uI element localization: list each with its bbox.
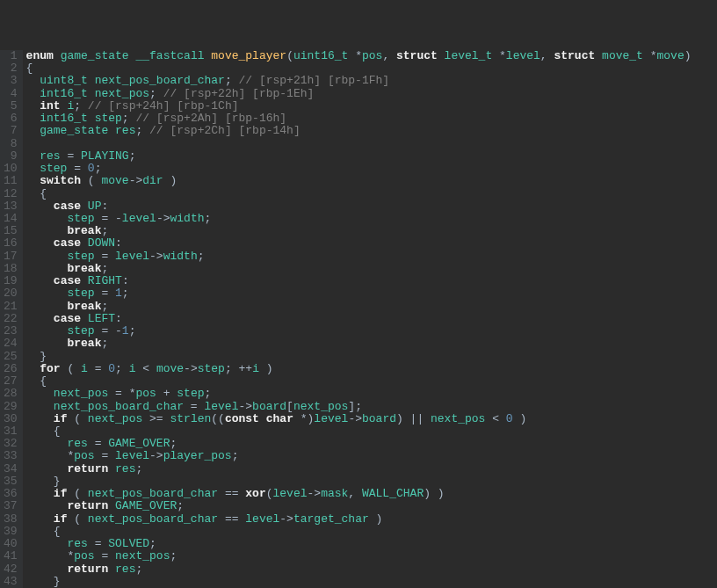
code-token (88, 74, 95, 87)
code-line[interactable]: step = 0; (26, 163, 717, 175)
code-token: struct (396, 49, 438, 62)
line-number: 36 (4, 488, 18, 500)
line-number: 43 (4, 576, 18, 588)
line-number: 20 (4, 287, 18, 300)
code-line[interactable]: if ( next_pos_board_char == level->targe… (26, 513, 717, 526)
code-token: -> (348, 412, 362, 425)
code-token: ; (135, 563, 142, 576)
code-token (26, 174, 40, 187)
code-line[interactable]: { (26, 526, 717, 538)
code-token: game_state (61, 49, 129, 62)
code-line[interactable] (26, 138, 717, 150)
code-line[interactable]: if ( next_pos >= strlen((const char *)le… (26, 413, 717, 425)
code-token: ( (67, 412, 87, 425)
code-line[interactable]: return res; (26, 563, 717, 576)
code-line[interactable]: *pos = next_pos; (26, 550, 717, 563)
code-token: = (88, 362, 108, 375)
code-token: char (266, 412, 293, 425)
code-line[interactable]: step = -level->width; (26, 213, 717, 225)
code-line[interactable]: break; (26, 225, 717, 237)
code-line[interactable]: uint8_t next_pos_board_char; // [rsp+21h… (26, 75, 717, 87)
code-editor[interactable]: 1234567891011121314151617181920212223242… (0, 50, 717, 588)
code-token: ; (135, 124, 149, 137)
code-token: ( (286, 49, 293, 62)
code-token: 1 (122, 324, 129, 338)
code-token: for (40, 362, 60, 375)
code-token: ; (149, 537, 156, 550)
line-number: 30 (4, 413, 18, 425)
code-token: int16_t (40, 87, 88, 100)
code-token (26, 300, 68, 313)
code-token: // [rsp+24h] [rbp-1Ch] (88, 99, 239, 113)
code-token: enum (26, 49, 54, 62)
code-token: WALL_CHAR (362, 487, 424, 500)
code-line[interactable]: case LEFT: (26, 313, 717, 325)
code-line[interactable]: switch ( move->dir ) (26, 175, 717, 187)
code-token: if (54, 412, 68, 425)
code-line[interactable]: *pos = level->player_pos; (26, 450, 717, 462)
code-token: < (485, 412, 505, 425)
code-token: 0 (506, 412, 513, 425)
code-line[interactable]: case DOWN: (26, 237, 717, 250)
code-token: ( (67, 487, 87, 500)
code-line[interactable]: step = 1; (26, 287, 717, 300)
code-line[interactable]: { (26, 425, 717, 438)
code-line[interactable]: { (26, 188, 717, 200)
code-token: case (54, 200, 81, 213)
code-line[interactable]: enum game_state __fastcall move_player(u… (26, 50, 717, 62)
code-token: ; (74, 99, 88, 113)
code-line[interactable]: case UP: (26, 200, 717, 213)
code-line[interactable]: } (26, 576, 717, 588)
code-line[interactable]: res = SOLVED; (26, 538, 717, 550)
code-token (81, 274, 88, 287)
code-token: strlen (170, 412, 211, 425)
code-line[interactable]: int i; // [rsp+24h] [rbp-1Ch] (26, 100, 717, 113)
code-line[interactable]: next_pos = *pos + step; (26, 388, 717, 400)
code-line[interactable]: res = PLAYING; (26, 150, 717, 163)
code-token: xor (245, 487, 265, 500)
code-token (26, 224, 68, 237)
line-number: 17 (4, 250, 18, 263)
code-token: (( (211, 412, 225, 425)
code-token: = (88, 537, 108, 550)
code-token (26, 287, 68, 300)
code-token: >= (142, 412, 170, 425)
code-line[interactable]: case RIGHT: (26, 275, 717, 287)
code-token: GAME_OVER (115, 499, 177, 512)
code-token: RIGHT (88, 274, 122, 287)
code-line[interactable]: res = GAME_OVER; (26, 438, 717, 450)
code-line[interactable]: int16_t step; // [rsp+2Ah] [rbp-16h] (26, 113, 717, 125)
code-line[interactable]: break; (26, 338, 717, 350)
code-line[interactable]: { (26, 62, 717, 75)
code-token: ; (232, 449, 239, 462)
code-line[interactable]: { (26, 375, 717, 388)
code-line[interactable]: next_pos_board_char = level->board[next_… (26, 401, 717, 413)
code-line[interactable]: step = level->width; (26, 250, 717, 263)
code-line[interactable]: } (26, 475, 717, 488)
code-line[interactable]: if ( next_pos_board_char == xor(level->m… (26, 488, 717, 500)
line-number: 28 (4, 388, 18, 400)
code-line[interactable]: game_state res; // [rsp+2Ch] [rbp-14h] (26, 125, 717, 137)
code-area[interactable]: enum game_state __fastcall move_player(u… (23, 50, 717, 588)
code-line[interactable]: step = -1; (26, 325, 717, 338)
code-line[interactable]: return GAME_OVER; (26, 500, 717, 512)
code-token: case (54, 274, 81, 287)
code-token: board (362, 412, 396, 425)
code-line[interactable]: } (26, 351, 717, 363)
code-token: -> (149, 250, 163, 263)
code-token: ; (101, 337, 108, 350)
code-line[interactable]: return res; (26, 463, 717, 475)
code-token (26, 537, 68, 550)
code-line[interactable]: break; (26, 263, 717, 275)
code-token: mask (321, 487, 348, 500)
code-token: move_player (211, 49, 286, 62)
code-token: int (40, 99, 60, 113)
line-number: 5 (4, 100, 18, 113)
code-line[interactable]: break; (26, 301, 717, 313)
code-token: ; (205, 387, 212, 400)
code-token: -> (308, 487, 322, 500)
code-token: // [rsp+21h] [rbp-1Fh] (238, 74, 389, 87)
line-number: 41 (4, 550, 18, 563)
code-line[interactable]: int16_t next_pos; // [rsp+22h] [rbp-1Eh] (26, 88, 717, 100)
code-line[interactable]: for ( i = 0; i < move->step; ++i ) (26, 363, 717, 375)
